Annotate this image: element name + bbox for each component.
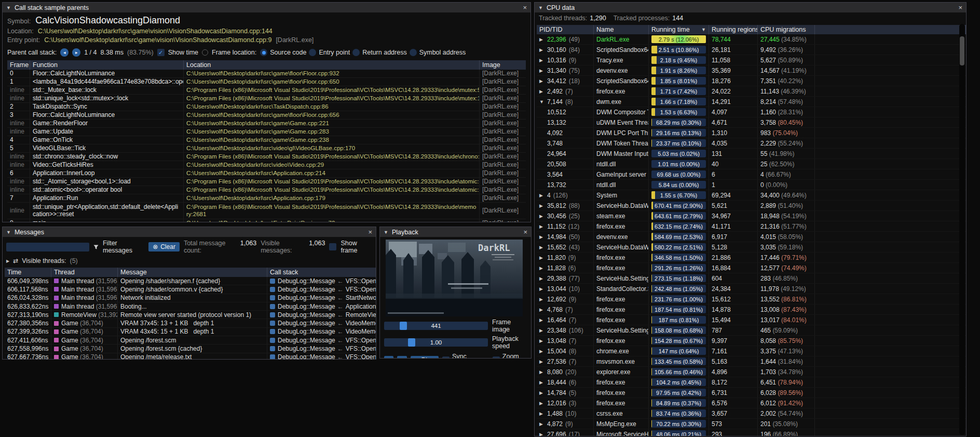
step-back-button[interactable]: ◀	[384, 356, 393, 359]
expand-arrow-icon[interactable]: ▶	[539, 47, 545, 52]
expand-arrow-icon[interactable]: ▶	[539, 349, 545, 354]
next-parent-button[interactable]: ▸	[72, 48, 80, 57]
close-icon[interactable]: ×	[958, 4, 962, 11]
message-row[interactable]: 627,667,736ns Game (36,704) Opening /met…	[5, 353, 376, 359]
expand-arrow-icon[interactable]: ▶	[539, 328, 545, 333]
cpu-row[interactable]: ▶ 12,692 (9) firefox.exe 231.76 ms (1.00…	[537, 294, 966, 304]
cpu-row[interactable]: ▶ 14,984 (50) devenv.exe 584.69 ms (2.53…	[537, 232, 966, 242]
expand-arrow-icon[interactable]: ▶	[539, 276, 545, 281]
cpu-row[interactable]: ▶ 16,464 (7) firefox.exe 187 ms (0.81%) …	[537, 315, 966, 325]
col-running-regions[interactable]: Running regions	[709, 25, 758, 34]
radio-option[interactable]: Source code	[260, 49, 306, 56]
expand-arrow-icon[interactable]: ▼	[539, 99, 545, 104]
callstack-frame-row[interactable]: inline std::_Mutex_base::lock C:\Program…	[7, 86, 526, 95]
cpu-row[interactable]: ▶ 1,488 (10) csrss.exe 83.74 ms (0.36%) …	[537, 408, 966, 419]
callstack-frame-row[interactable]: 2 TaskDispatch::Sync C:\Users\wolf\Deskt…	[7, 103, 526, 111]
cpu-row[interactable]: 3,564 GameInput server 69.68 us (0.00%) …	[537, 169, 966, 180]
expand-arrow-icon[interactable]: ▶	[539, 78, 545, 84]
message-callstack[interactable]: DebugLog::Message ← VFS::Open	[267, 285, 376, 293]
message-row[interactable]: 627,380,356ns Game (36,704) VRAM 37x45: …	[5, 319, 376, 327]
radio-option[interactable]: Symbol address	[410, 49, 466, 56]
expand-arrow-icon[interactable]: ▶	[539, 89, 545, 94]
callstack-frame-row[interactable]: inline std::unique_ptr<Application,std::…	[7, 203, 526, 219]
cpu-row[interactable]: ▶ 2,492 (7) firefox.exe 1.71 s (7.42%) 2…	[537, 86, 966, 97]
cpu-titlebar[interactable]: ▼ CPU data ×	[535, 3, 966, 12]
callstack-frame-row[interactable]: inline Video::GetTicksHiRes C:\Users\wol…	[7, 161, 526, 169]
cpu-row[interactable]: ▶ 4 (126) System 1.55 s (6.70%) 69,294 3…	[537, 190, 966, 201]
callstack-frame-row[interactable]: inline std::atomic<bool>::operator bool …	[7, 186, 526, 194]
cpu-row[interactable]: ▶ 22,396 (49) DarkRL.exe 2.79 s (12.06%)…	[537, 34, 966, 45]
cpu-row[interactable]: ▶ 12,016 (3) firefox.exe 84.89 ms (0.37%…	[537, 398, 966, 408]
message-row[interactable]: 627,558,996ns Game (36,704) Opening /for…	[5, 345, 376, 353]
cpu-row[interactable]: ▶ 11,828 (6) firefox.exe 291.26 ms (1.26…	[537, 263, 966, 273]
expand-arrow-icon[interactable]: ▶	[539, 245, 545, 250]
expand-arrow-icon[interactable]: ▶	[539, 307, 545, 312]
col-name[interactable]: Name	[594, 25, 649, 34]
sync-timeline-option[interactable]: Sync timeline	[442, 353, 489, 358]
prev-parent-button[interactable]: ◂	[60, 48, 69, 57]
cpu-row[interactable]: ▶ 4,768 (7) firefox.exe 187.54 ms (0.81%…	[537, 304, 966, 315]
collapse-arrow-icon[interactable]: ▼	[6, 5, 11, 10]
close-icon[interactable]: ×	[523, 229, 527, 235]
message-callstack[interactable]: DebugLog::Message ← VideoMemo	[267, 328, 376, 336]
col-cpu-migrations[interactable]: CPU migrations	[758, 25, 815, 34]
expand-arrow-icon[interactable]: ▶	[539, 359, 545, 364]
callstack-frame-row[interactable]: 8 main C:\Users\wolf\Desktop\darkrl\src\…	[7, 219, 526, 222]
radio-option[interactable]: Entry point	[309, 49, 350, 56]
cpu-row[interactable]: ▶ 34,412 (18) ScriptedSandbox64.exe 1.85…	[537, 76, 966, 86]
message-callstack[interactable]: DebugLog::Message ← StartNetwo	[267, 294, 376, 302]
radio-icon[interactable]	[410, 49, 417, 56]
cpu-row[interactable]: ▶ 35,812 (88) ServiceHub.DataWarehou 670…	[537, 201, 966, 211]
expand-arrow-icon[interactable]: ▶	[539, 214, 545, 219]
message-row[interactable]: 626,833,622ns Main thread (31,596) Booti…	[5, 302, 376, 311]
callstack-frame-row[interactable]: 0 Floor::CalcLightNoLuminance C:\Users\w…	[7, 70, 526, 78]
expand-arrow-icon[interactable]: ▶	[539, 297, 545, 302]
message-row[interactable]: 626,024,328ns Main thread (31,596) Netwo…	[5, 294, 376, 302]
expand-arrow-icon[interactable]: ▶	[539, 224, 545, 229]
cpu-row[interactable]: ▶ 27,696 (17) Microsoft.ServiceHub.Co 48…	[537, 429, 966, 436]
expand-arrow-icon[interactable]: ▶	[539, 369, 545, 375]
cpu-row[interactable]: ▶ 4,872 (9) MsMpEng.exe 70.22 ms (0.30%)…	[537, 419, 966, 429]
message-filter-input[interactable]	[6, 243, 89, 251]
callstack-frame-row[interactable]: 5 VideoGLBase::Tick C:\Users\wolf\Deskto…	[7, 144, 526, 153]
cpu-row[interactable]: 10,512 DWM Compositor Thread 1.53 s (6.6…	[537, 107, 966, 117]
callstack-frame-row[interactable]: inline std::chrono::steady_clock::now C:…	[7, 153, 526, 161]
expand-arrow-icon[interactable]: ▶	[539, 411, 545, 416]
radio-icon[interactable]	[309, 49, 316, 56]
cpu-row[interactable]: ▶ 13,048 (7) firefox.exe 154.28 ms (0.67…	[537, 336, 966, 346]
radio-icon[interactable]	[352, 49, 360, 56]
callstack-frame-row[interactable]: 4 Game::OnTick C:\Users\wolf\Desktop\dar…	[7, 136, 526, 144]
expand-arrow-icon[interactable]: ▶	[539, 234, 545, 240]
callstack-frame-row[interactable]: 3 Floor::CalcLightNoLuminance C:\Users\w…	[7, 111, 526, 120]
cpu-row[interactable]: ▶ 27,536 (7) msvsmon.exe 133.45 ms (0.58…	[537, 356, 966, 367]
expand-arrow-icon[interactable]: ▶	[539, 317, 545, 323]
message-row[interactable]: 606,049,398ns Main thread (31,596) Openi…	[5, 277, 376, 285]
expand-arrow-icon[interactable]: ▶	[539, 390, 545, 395]
playback-titlebar[interactable]: ▼ Playback ×	[380, 227, 531, 237]
cpu-row[interactable]: 24,964 DWM Master Input Thread 5.03 ms (…	[537, 149, 966, 159]
collapse-arrow-icon[interactable]: ▼	[6, 230, 11, 235]
collapse-arrow-icon[interactable]: ▼	[538, 5, 543, 10]
radio-icon[interactable]	[260, 49, 267, 56]
cpu-row[interactable]: 3,748 DWM Token Thread 23.37 ms (0.10%) …	[537, 138, 966, 149]
callstack-titlebar[interactable]: ▼ Call stack sample parents ×	[3, 3, 530, 12]
cpu-row[interactable]: ▶ 18,444 (6) firefox.exe 104.2 ms (0.45%…	[537, 377, 966, 388]
expand-arrow-icon[interactable]: ▶	[539, 380, 545, 385]
cpu-row[interactable]: ▶ 14,784 (5) firefox.exe 97.95 ms (0.42%…	[537, 388, 966, 398]
cpu-row[interactable]: ▶ 29,388 (77) ServiceHub.SettingsHost 27…	[537, 273, 966, 284]
show-frame-checkbox[interactable]	[329, 243, 336, 250]
cpu-row[interactable]: ▶ 23,348 (106) ServiceHub.SettingsHost 1…	[537, 325, 966, 336]
messages-titlebar[interactable]: ▼ Messages ×	[3, 227, 376, 237]
cpu-row[interactable]: ▶ 31,340 (75) devenv.exe 1.91 s (8.26%) …	[537, 65, 966, 76]
expand-arrow-icon[interactable]: ▶	[539, 58, 545, 63]
playback-speed-slider[interactable]: 1.00	[384, 338, 488, 347]
cpu-row[interactable]: 4,092 DWM LPC Port Thread 29.16 ms (0.13…	[537, 128, 966, 138]
close-icon[interactable]: ×	[368, 229, 372, 235]
cpu-row[interactable]: ▶ 15,652 (43) ServiceHub.DataWarehou 580…	[537, 242, 966, 253]
cpu-row[interactable]: ▶ 11,820 (9) firefox.exe 346.58 ms (1.50…	[537, 253, 966, 263]
cpu-row[interactable]: 13,732 ntdll.dll 5.84 us (0.00%) 1 0 (0.…	[537, 180, 966, 190]
callstack-frame-row[interactable]: inline Game::RenderFloor C:\Users\wolf\D…	[7, 120, 526, 128]
message-row[interactable]: 627,411,606ns Game (36,704) Opening /for…	[5, 336, 376, 345]
expand-arrow-icon[interactable]: ▶	[6, 259, 9, 263]
zoom-checkbox[interactable]	[493, 356, 500, 358]
